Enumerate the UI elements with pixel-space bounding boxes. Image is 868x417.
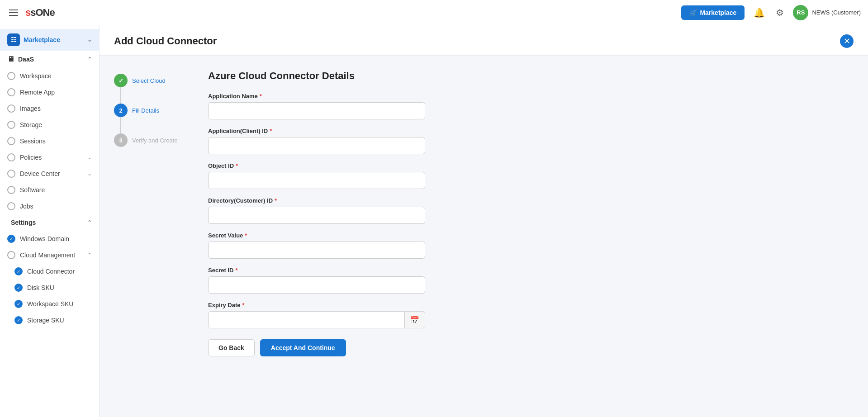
required-marker: * [245, 232, 247, 239]
sidebar-item-storage[interactable]: Storage [0, 117, 99, 133]
steps-panel: ✓ Select Cloud 2 Fill Details [114, 70, 186, 356]
step-2: 2 Fill Details [114, 104, 159, 117]
circle-icon [7, 202, 15, 210]
user-info: RS NEWS (Customer) [793, 5, 861, 20]
circle-icon [7, 72, 15, 80]
sidebar: ☷ Marketplace ⌄ 🖥 DaaS ⌃ Workspace Remot… [0, 25, 100, 417]
chevron-up-icon: ⌃ [87, 219, 92, 226]
secret-value-group: Secret Value * [208, 232, 425, 259]
required-marker: * [275, 197, 277, 204]
calendar-button[interactable]: 📅 [404, 312, 425, 328]
go-back-button[interactable]: Go Back [208, 339, 255, 356]
sidebar-item-software[interactable]: Software [0, 182, 99, 198]
hamburger-icon [9, 9, 18, 16]
monitor-icon: 🖥 [7, 55, 14, 63]
step-2-circle: 2 [114, 104, 128, 117]
step-line-1 [120, 87, 121, 104]
expiry-date-wrapper: 📅 [208, 311, 425, 328]
avatar: RS [793, 5, 808, 20]
directory-customer-id-input[interactable] [208, 207, 425, 224]
page-title: Add Cloud Connector [114, 35, 217, 47]
notifications-button[interactable]: 🔔 [752, 5, 767, 20]
secret-id-label: Secret ID * [208, 267, 425, 274]
application-client-id-input[interactable] [208, 137, 425, 154]
required-marker: * [242, 302, 245, 308]
step-2-label: Fill Details [132, 107, 159, 114]
step-3-circle: 3 [114, 133, 128, 147]
secret-id-group: Secret ID * [208, 267, 425, 294]
gear-icon: ⚙ [776, 7, 784, 18]
sidebar-item-policies[interactable]: Policies ⌄ [0, 149, 99, 166]
expiry-date-label: Expiry Date * [208, 302, 425, 308]
marketplace-icon: ☷ [7, 33, 20, 46]
checked-icon: ✓ [14, 267, 23, 275]
page-header: Add Cloud Connector ✕ [100, 25, 868, 56]
circle-icon [7, 137, 15, 145]
object-id-label: Object ID * [208, 162, 425, 169]
hamburger-menu[interactable] [7, 8, 20, 18]
calendar-icon: 📅 [410, 316, 419, 324]
sidebar-item-disk-sku[interactable]: ✓ Disk SKU [0, 280, 99, 296]
sidebar-item-jobs[interactable]: Jobs [0, 198, 99, 214]
expiry-date-group: Expiry Date * 📅 [208, 302, 425, 328]
expiry-date-input[interactable] [209, 312, 404, 328]
sidebar-item-marketplace[interactable]: ☷ Marketplace ⌄ [0, 29, 99, 51]
required-marker: * [235, 267, 237, 274]
sidebar-item-cloud-management[interactable]: Cloud Management ⌃ [0, 247, 99, 263]
sidebar-item-storage-sku[interactable]: ✓ Storage SKU [0, 312, 99, 328]
accept-continue-button[interactable]: Accept And Continue [260, 339, 346, 356]
circle-icon [7, 153, 15, 161]
topnav: ssONe 🛒 Marketplace 🔔 ⚙ RS NEWS (Custome… [0, 0, 868, 25]
step-line-2 [120, 117, 121, 133]
form-panel: Azure Cloud Connector Details Applicatio… [208, 70, 425, 356]
cart-icon: 🛒 [689, 9, 697, 16]
chevron-down-icon: ⌄ [87, 171, 92, 177]
form-title: Azure Cloud Connector Details [208, 70, 425, 82]
sidebar-item-remote-app[interactable]: Remote App [0, 84, 99, 100]
sidebar-item-cloud-connector[interactable]: ✓ Cloud Connector [0, 263, 99, 280]
sidebar-item-workspace[interactable]: Workspace [0, 68, 99, 84]
secret-id-input[interactable] [208, 276, 425, 294]
object-id-input[interactable] [208, 172, 425, 189]
checked-icon: ✓ [14, 300, 23, 308]
bell-icon: 🔔 [754, 7, 765, 18]
circle-icon [7, 88, 15, 96]
object-id-group: Object ID * [208, 162, 425, 189]
form-actions: Go Back Accept And Continue [208, 339, 425, 356]
application-client-id-group: Application(Client) ID * [208, 128, 425, 154]
sidebar-item-device-center[interactable]: Device Center ⌄ [0, 166, 99, 182]
checked-icon: ✓ [14, 316, 23, 324]
settings-items: ✓ Windows Domain Cloud Management ⌃ ✓ Cl… [0, 231, 99, 328]
sidebar-item-windows-domain[interactable]: ✓ Windows Domain [0, 231, 99, 247]
circle-icon [7, 186, 15, 194]
sidebar-group-settings[interactable]: Settings ⌃ [0, 214, 99, 231]
circle-icon [7, 170, 15, 178]
step-1-circle: ✓ [114, 74, 128, 87]
checked-icon: ✓ [14, 284, 23, 292]
wizard-area: ✓ Select Cloud 2 Fill Details [100, 56, 868, 371]
chevron-up-icon: ⌃ [87, 252, 92, 258]
marketplace-button[interactable]: 🛒 Marketplace [681, 5, 745, 20]
required-marker: * [236, 162, 238, 169]
step-3-row: 3 Verify and Create [114, 133, 177, 147]
required-marker: * [270, 128, 272, 134]
secret-value-input[interactable] [208, 242, 425, 259]
secret-value-label: Secret Value * [208, 232, 425, 239]
close-button[interactable]: ✕ [840, 34, 854, 48]
circle-icon [7, 121, 15, 129]
settings-button[interactable]: ⚙ [774, 5, 786, 20]
step-1: ✓ Select Cloud [114, 74, 166, 87]
step-3-label: Verify and Create [132, 137, 177, 144]
sidebar-item-workspace-sku[interactable]: ✓ Workspace SKU [0, 296, 99, 312]
circle-icon [7, 251, 15, 259]
step-1-label: Select Cloud [132, 77, 166, 84]
chevron-down-icon: ⌄ [87, 154, 92, 161]
main-content: Add Cloud Connector ✕ ✓ Select Cloud [100, 25, 868, 417]
sidebar-group-daas[interactable]: 🖥 DaaS ⌃ [0, 51, 99, 68]
daas-items: Workspace Remote App Images Storage Sess… [0, 68, 99, 214]
application-name-input[interactable] [208, 102, 425, 119]
logo: ssONe [25, 7, 55, 19]
sidebar-item-sessions[interactable]: Sessions [0, 133, 99, 149]
sidebar-item-images[interactable]: Images [0, 100, 99, 117]
chevron-down-icon: ⌄ [87, 37, 92, 43]
